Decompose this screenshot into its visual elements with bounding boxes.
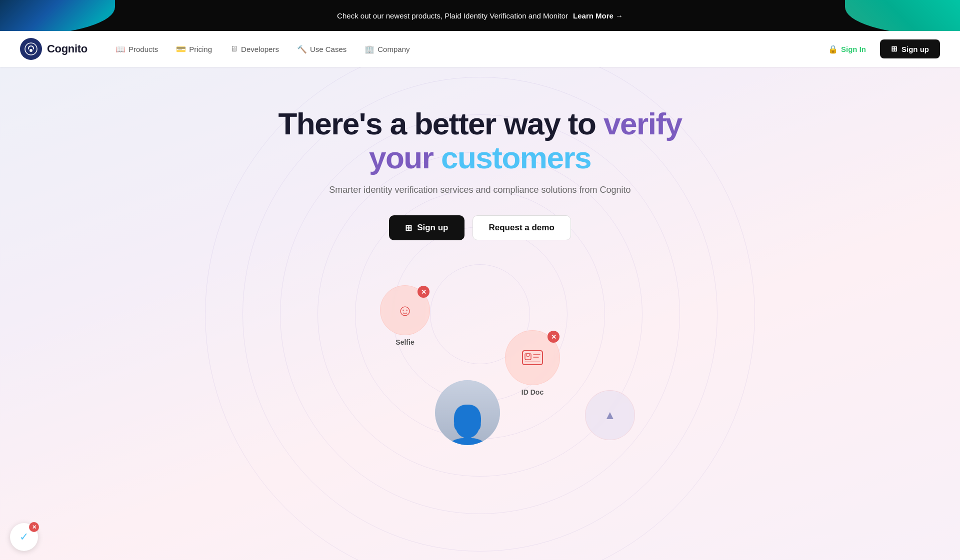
extra-circle: ▲ (585, 390, 635, 440)
face-photo: 👤 (435, 380, 500, 445)
id-doc-circle: ✕ (505, 330, 560, 385)
hero-demo-button[interactable]: Request a demo (472, 215, 571, 240)
nav-label-pricing: Pricing (189, 45, 212, 53)
selfie-bubble: ✕ ☺ Selfie (380, 285, 430, 346)
nav-label-use-cases: Use Cases (310, 45, 346, 53)
hero-title-start: There's a better way to (278, 106, 604, 141)
nav-label-developers: Developers (241, 45, 279, 53)
sign-up-label: Sign up (902, 45, 929, 53)
hero-signup-label: Sign up (417, 223, 448, 233)
extra-icon: ▲ (604, 408, 616, 422)
hero-buttons: ⊞ Sign up Request a demo (265, 215, 695, 240)
hero-title-blue: customers (433, 140, 591, 175)
svg-rect-2 (522, 351, 542, 365)
announcement-banner: Check out our newest products, Plaid Ide… (0, 0, 960, 31)
id-doc-label: ID Doc (522, 388, 544, 396)
products-icon: 📖 (116, 44, 126, 54)
sign-in-button[interactable]: 🔒 Sign In (820, 40, 874, 58)
logo-name: Cognito (47, 42, 88, 55)
nav-item-developers[interactable]: 🖥 Developers (222, 40, 287, 57)
hero-section: There's a better way to verify your cust… (0, 67, 960, 560)
nav-label-company: Company (378, 45, 410, 53)
arrow-icon: → (616, 11, 623, 20)
navbar: Cognito 📖 Products 💳 Pricing 🖥 Developer… (0, 31, 960, 67)
hero-title: There's a better way to verify your cust… (265, 107, 695, 175)
pricing-icon: 💳 (176, 44, 186, 54)
company-icon: 🏢 (364, 44, 374, 54)
nav-label-products: Products (128, 45, 158, 53)
hero-signup-grid-icon: ⊞ (405, 223, 412, 233)
id-doc-close-icon[interactable]: ✕ (548, 331, 560, 343)
sign-up-grid-icon: ⊞ (891, 44, 898, 53)
check-badge: ✓ ✕ (10, 523, 38, 551)
selfie-icon: ☺ (397, 301, 414, 320)
extra-bubble: ▲ (585, 390, 635, 440)
banner-decoration-right (845, 0, 960, 31)
logo-icon (20, 38, 42, 60)
nav-links: 📖 Products 💳 Pricing 🖥 Developers 🔨 Use … (108, 40, 820, 58)
id-doc-bubble: ✕ ID Doc (505, 330, 560, 396)
hero-demo-label: Request a demo (489, 223, 554, 232)
check-icon: ✓ (20, 531, 28, 544)
nav-item-use-cases[interactable]: 🔨 Use Cases (289, 40, 354, 58)
nav-right: 🔒 Sign In ⊞ Sign up (820, 39, 940, 58)
use-cases-icon: 🔨 (297, 44, 307, 54)
lock-icon: 🔒 (828, 44, 838, 54)
nav-sign-up-button[interactable]: ⊞ Sign up (880, 39, 940, 58)
learn-more-label: Learn More (573, 11, 614, 20)
banner-decoration-left (0, 0, 115, 31)
face-circle: 👤 (435, 380, 500, 445)
selfie-label: Selfie (396, 338, 414, 346)
id-doc-icon (522, 349, 544, 367)
person-silhouette-icon: 👤 (442, 403, 492, 445)
nav-item-products[interactable]: 📖 Products (108, 40, 166, 58)
bottom-left-widget: ✓ ✕ (10, 523, 38, 551)
learn-more-link[interactable]: Learn More → (573, 11, 623, 20)
developers-icon: 🖥 (230, 44, 238, 53)
close-badge-icon: ✕ (32, 524, 36, 531)
selfie-close-icon[interactable]: ✕ (418, 286, 430, 298)
sign-in-label: Sign In (841, 45, 866, 53)
hero-subtitle: Smarter identity verification services a… (265, 185, 695, 195)
logo-link[interactable]: Cognito (20, 38, 88, 60)
hero-sign-up-button[interactable]: ⊞ Sign up (389, 215, 464, 240)
x-badge[interactable]: ✕ (29, 522, 39, 532)
svg-point-1 (30, 49, 32, 52)
hero-content: There's a better way to verify your cust… (255, 107, 705, 270)
nav-item-company[interactable]: 🏢 Company (356, 40, 418, 58)
banner-text: Check out our newest products, Plaid Ide… (337, 11, 568, 20)
selfie-circle: ✕ ☺ (380, 285, 430, 335)
face-bubble: 👤 (435, 380, 500, 445)
nav-item-pricing[interactable]: 💳 Pricing (168, 40, 220, 58)
svg-point-4 (526, 354, 530, 357)
widgets-area: ✕ ☺ Selfie ✕ ID D (0, 270, 960, 460)
